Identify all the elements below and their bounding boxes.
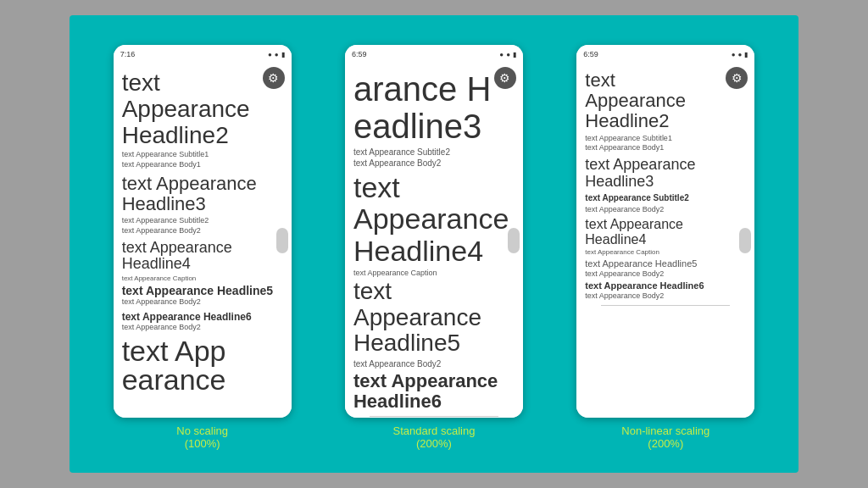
body2c-1: text Appearance Body2 xyxy=(122,323,283,333)
body2b-2: text Appearance Body2 xyxy=(353,358,515,369)
wifi-icon-2: ● xyxy=(499,51,504,58)
settings-gear-2[interactable]: ⚙ xyxy=(494,67,516,89)
subtitle2-2: text Appearance Subtitle2 xyxy=(353,147,515,158)
phone-frame-1: 7:16 ● ● ▮ ⚙ text Appearance Headline2 t… xyxy=(114,45,292,418)
subtitle1-3: text Appearance Subtitle1 xyxy=(585,134,746,144)
subtitle2-3: text Appearance Subtitle2 xyxy=(585,192,746,203)
phone-column-standard: 6:59 ● ● ▮ ⚙ arance Headline3 text Appea… xyxy=(345,45,523,450)
phone-content-2: ⚙ arance Headline3 text Appearance Subti… xyxy=(345,64,523,418)
battery-icon-2: ▮ xyxy=(513,51,516,58)
caption-label-2: Standard scaling(200%) xyxy=(393,424,476,450)
wifi-icon-3: ● xyxy=(732,51,736,58)
phone-content-3: ⚙ textAppearanceHeadline2 text Appearanc… xyxy=(576,64,754,418)
headline5-3: text Appearance Headline5 xyxy=(585,258,746,269)
headline6-3: text Appearance Headline6 xyxy=(585,280,746,291)
headline2-3: textAppearanceHeadline2 xyxy=(585,70,746,132)
settings-gear-1[interactable]: ⚙ xyxy=(263,67,285,89)
phone-content-1: ⚙ text Appearance Headline2 text Appeara… xyxy=(114,64,292,418)
main-container: 7:16 ● ● ▮ ⚙ text Appearance Headline2 t… xyxy=(70,15,798,473)
status-bar-2: 6:59 ● ● ▮ xyxy=(345,45,523,64)
body2b-3: text Appearance Body2 xyxy=(585,269,746,280)
body1-1: text Appearance Body1 xyxy=(122,160,283,170)
divider-2 xyxy=(370,416,498,417)
status-icons-1: ● ● ▮ xyxy=(268,51,285,58)
headline6-2: text AppearanceHeadline6 xyxy=(353,371,515,412)
body2b-1: text Appearance Body2 xyxy=(122,297,283,308)
headline4-1: text Appearance Headline4 xyxy=(122,240,283,274)
wifi-icon-1: ● xyxy=(268,51,272,58)
headline3-partial-2: arance Headline3 xyxy=(353,70,515,145)
subtitle1-1: text Appearance Subtitle1 xyxy=(122,150,283,160)
phone-frame-2: 6:59 ● ● ▮ ⚙ arance Headline3 text Appea… xyxy=(345,45,523,418)
status-time-2: 6:59 xyxy=(352,50,367,58)
headline5-2: text AppearanceHeadline5 xyxy=(353,279,515,357)
status-icons-3: ● ● ▮ xyxy=(732,51,748,58)
headline3-1: text Appearance Headline3 xyxy=(122,174,283,214)
headline-large-1: text Appearance xyxy=(122,336,283,394)
headline4-2: textAppearanceHeadline4 xyxy=(353,172,515,267)
signal-icon-3: ● xyxy=(737,51,742,58)
caption-label-1: No scaling(100%) xyxy=(176,424,228,450)
phone-frame-3: 6:59 ● ● ▮ ⚙ textAppearanceHeadline2 tex… xyxy=(576,45,754,418)
body1-3: text Appearance Body1 xyxy=(585,143,746,153)
body2-2: text Appearance Body2 xyxy=(353,158,515,169)
battery-icon-1: ▮ xyxy=(281,51,285,58)
divider-3 xyxy=(601,305,730,306)
body2-1: text Appearance Body2 xyxy=(122,226,283,236)
status-bar-1: 7:16 ● ● ▮ xyxy=(114,45,292,64)
signal-icon-2: ● xyxy=(506,51,510,58)
phone-column-no-scaling: 7:16 ● ● ▮ ⚙ text Appearance Headline2 t… xyxy=(114,45,292,450)
scroll-indicator-3[interactable] xyxy=(739,228,751,253)
caption-label-3: Non-linear scaling(200%) xyxy=(621,424,709,450)
scroll-indicator-1[interactable] xyxy=(276,228,288,253)
status-bar-3: 6:59 ● ● ▮ xyxy=(576,45,754,64)
caption-3: text Appearance Caption xyxy=(585,248,746,257)
headline3-3: text AppearanceHeadline3 xyxy=(585,157,746,191)
status-icons-2: ● ● ▮ xyxy=(499,51,516,58)
caption-1: text Appearance Caption xyxy=(122,274,283,283)
headline5-1: text Appearance Headline5 xyxy=(122,284,283,298)
status-time-3: 6:59 xyxy=(583,50,598,58)
subtitle2-1: text Appearance Subtitle2 xyxy=(122,216,283,226)
headline4-3: text AppearanceHeadline4 xyxy=(585,217,746,247)
body2c-3: text Appearance Body2 xyxy=(585,291,746,302)
headline6-1: text Appearance Headline6 xyxy=(122,311,283,323)
scroll-indicator-2[interactable] xyxy=(508,228,520,253)
status-time-1: 7:16 xyxy=(120,50,136,58)
headline2-1: text Appearance Headline2 xyxy=(122,70,283,148)
battery-icon-3: ▮ xyxy=(744,51,748,58)
phone-column-nonlinear: 6:59 ● ● ▮ ⚙ textAppearanceHeadline2 tex… xyxy=(576,45,754,450)
signal-icon-1: ● xyxy=(275,51,279,58)
body2-3: text Appearance Body2 xyxy=(585,205,746,215)
